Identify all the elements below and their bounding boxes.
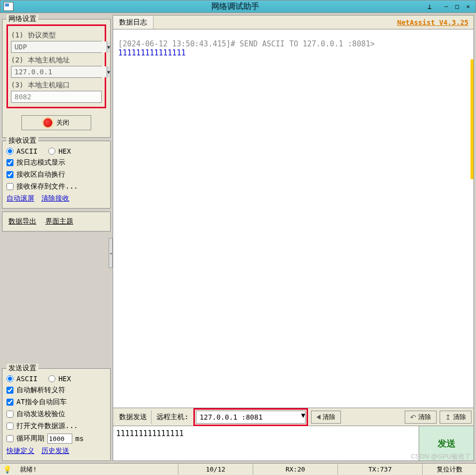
- statusbar: 💡 就绪! 10/12 RX:20 TX:737 复位计数: [0, 463, 476, 475]
- quick-def-link[interactable]: 快捷定义: [6, 447, 34, 456]
- send-tab: 数据发送: [115, 411, 152, 424]
- auto-check-label: 自动发送校验位: [16, 410, 65, 419]
- close-window-button[interactable]: ✕: [464, 2, 473, 10]
- maximize-button[interactable]: □: [453, 2, 462, 10]
- log-mode-label: 按日志模式显示: [16, 158, 65, 167]
- auto-escape-label: 自动解析转义符: [16, 386, 65, 395]
- status-dot-icon: [43, 118, 52, 127]
- save-file-check[interactable]: [6, 183, 13, 190]
- app-icon: [3, 2, 13, 11]
- log-tab[interactable]: 数据日志: [113, 16, 154, 29]
- host-value[interactable]: [11, 66, 107, 77]
- clear-recv-link[interactable]: 清除接收: [41, 194, 69, 203]
- status-count: 10/12: [178, 464, 253, 475]
- save-file-label: 接收保存到文件...: [16, 182, 78, 191]
- open-file-check[interactable]: [6, 423, 13, 430]
- pin-icon[interactable]: ⟂: [428, 2, 432, 10]
- clear-button-3[interactable]: ↥ 清除: [440, 411, 472, 424]
- clear-button-1[interactable]: 清除: [311, 411, 341, 424]
- close-label: 关闭: [56, 118, 69, 127]
- auto-wrap-label: 接收区自动换行: [16, 170, 65, 179]
- at-enter-label: AT指令自动回车: [16, 398, 67, 407]
- network-highlight-box: (1) 协议类型 ▼ (2) 本地主机地址 ▼ (3) 本地主机端口: [6, 24, 106, 108]
- chevron-down-icon[interactable]: ▼: [301, 411, 305, 423]
- at-enter-check[interactable]: [6, 399, 13, 406]
- minimize-button[interactable]: –: [442, 2, 451, 10]
- log-body[interactable]: [2024-06-12 13:50:43.415]# SEND ASCII TO…: [113, 29, 474, 408]
- remote-host-value[interactable]: [196, 411, 301, 423]
- open-file-label: 打开文件数据源...: [16, 422, 78, 431]
- send-legend: 发送设置: [6, 364, 38, 373]
- send-textarea[interactable]: [113, 426, 419, 461]
- cycle-check[interactable]: [6, 435, 13, 442]
- status-ready: 就绪!: [14, 464, 178, 475]
- remote-host-select[interactable]: ▼: [196, 411, 306, 424]
- collapse-handle[interactable]: ◂: [109, 238, 113, 268]
- clear-button-2[interactable]: ↶ 清除: [405, 411, 437, 424]
- log-line-data: 111111111111111: [118, 48, 469, 57]
- network-settings-legend: 网络设置: [6, 14, 38, 23]
- recv-ascii-label: ASCII: [16, 147, 37, 155]
- edge-marker: [471, 59, 474, 179]
- undo-icon: ↶: [410, 413, 416, 421]
- send-settings-group: 发送设置 ASCII HEX 自动解析转义符 AT指令自动回车 自动发送校验位: [2, 368, 111, 461]
- auto-escape-check[interactable]: [6, 387, 13, 394]
- status-tx: TX:737: [338, 464, 423, 475]
- protocol-select[interactable]: ▼: [11, 41, 102, 53]
- protocol-label: (1) 协议类型: [11, 31, 102, 40]
- protocol-value[interactable]: [11, 41, 107, 52]
- auto-check-check[interactable]: [6, 411, 13, 418]
- recv-hex-radio[interactable]: [48, 148, 55, 155]
- cycle-label: 循环周期: [16, 434, 44, 443]
- recv-ascii-radio[interactable]: [6, 148, 13, 155]
- chevron-down-icon[interactable]: ▼: [107, 66, 110, 77]
- host-select[interactable]: ▼: [11, 66, 102, 78]
- status-icon: 💡: [3, 466, 11, 474]
- cycle-input[interactable]: [47, 434, 72, 444]
- log-line-meta: [2024-06-12 13:50:43.415]# SEND ASCII TO…: [118, 39, 469, 48]
- send-bar: 数据发送 远程主机: ▼ 清除 ↶ 清除 ↥ 清除: [113, 408, 474, 426]
- chevron-down-icon[interactable]: ▼: [107, 41, 110, 52]
- remote-highlight-box: ▼: [193, 408, 308, 426]
- cycle-unit: ms: [75, 435, 84, 443]
- send-hex-radio[interactable]: [48, 375, 55, 382]
- status-rx: RX:20: [253, 464, 338, 475]
- recv-hex-label: HEX: [58, 147, 71, 155]
- log-header: 数据日志 NetAssist V4.3.25: [113, 15, 474, 29]
- port-input[interactable]: [11, 91, 102, 103]
- send-ascii-label: ASCII: [16, 375, 37, 383]
- close-connection-button[interactable]: 关闭: [21, 115, 91, 130]
- send-hex-label: HEX: [58, 375, 71, 383]
- version-link[interactable]: NetAssist V4.3.25: [397, 18, 469, 26]
- remote-host-label: 远程主机:: [155, 413, 190, 422]
- theme-link[interactable]: 界面主题: [45, 217, 73, 226]
- up-arrow-icon: ↥: [445, 413, 451, 421]
- watermark: CSDN @GPU被抢了: [411, 452, 471, 461]
- network-settings-group: 网络设置 (1) 协议类型 ▼ (2) 本地主机地址 ▼ (3) 本地主机端口 …: [2, 19, 111, 138]
- port-label: (3) 本地主机端口: [11, 81, 102, 90]
- arrow-left-icon: [317, 415, 320, 420]
- receive-settings-group: 接收设置 ASCII HEX 按日志模式显示 接收区自动换行 接收保存到文件..…: [2, 141, 111, 209]
- log-mode-check[interactable]: [6, 159, 13, 166]
- utility-group: 数据导出 界面主题: [2, 212, 111, 232]
- send-ascii-radio[interactable]: [6, 375, 13, 382]
- auto-wrap-check[interactable]: [6, 171, 13, 178]
- data-export-link[interactable]: 数据导出: [8, 217, 36, 226]
- titlebar: 网络调试助手 ⟂ – □ ✕: [0, 0, 476, 13]
- host-label: (2) 本地主机地址: [11, 56, 102, 65]
- status-reset[interactable]: 复位计数: [423, 464, 476, 475]
- auto-scroll-link[interactable]: 自动滚屏: [6, 194, 34, 203]
- window-title: 网络调试助手: [43, 1, 428, 12]
- receive-legend: 接收设置: [6, 136, 38, 145]
- history-send-link[interactable]: 历史发送: [41, 447, 69, 456]
